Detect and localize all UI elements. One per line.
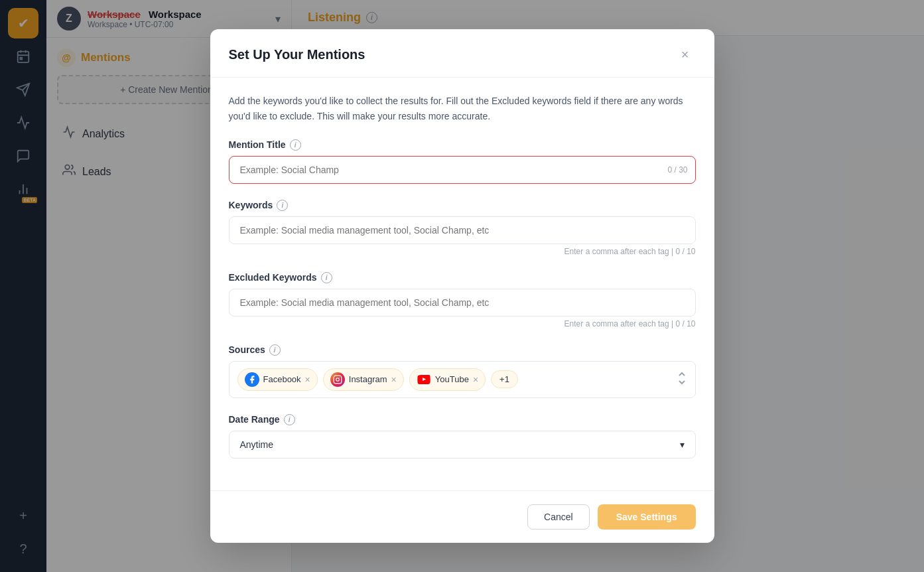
youtube-icon <box>417 372 431 387</box>
remove-youtube-button[interactable]: × <box>473 375 478 384</box>
setup-modal: Set Up Your Mentions × Add the keywords … <box>210 29 714 543</box>
keywords-hint: Enter a comma after each tag | 0 / 10 <box>229 247 696 256</box>
date-range-value: Anytime <box>240 439 274 450</box>
keywords-input[interactable] <box>229 216 696 244</box>
date-range-info-icon[interactable]: i <box>284 414 295 425</box>
svg-point-12 <box>336 378 339 382</box>
mention-title-info-icon[interactable]: i <box>290 139 301 151</box>
modal-title: Set Up Your Mentions <box>229 47 365 62</box>
keywords-label: Keywords i <box>229 200 696 211</box>
sources-group: Sources i Facebook × <box>229 344 696 398</box>
sources-extra-button[interactable]: +1 <box>491 370 518 388</box>
excluded-keywords-info-icon[interactable]: i <box>321 272 332 283</box>
cancel-button[interactable]: Cancel <box>527 504 590 530</box>
mention-title-input[interactable] <box>229 156 696 184</box>
source-pill-facebook: Facebook × <box>237 368 318 391</box>
mention-title-group: Mention Title i 0 / 30 <box>229 139 696 184</box>
sources-pills: Facebook × Instagram × <box>229 361 696 398</box>
source-pill-instagram: Instagram × <box>323 368 404 391</box>
keywords-group: Keywords i Enter a comma after each tag … <box>229 200 696 256</box>
excluded-keywords-label: Excluded Keywords i <box>229 272 696 283</box>
modal-overlay: Set Up Your Mentions × Add the keywords … <box>0 0 924 572</box>
mention-title-counter: 0 / 30 <box>667 165 687 175</box>
close-modal-button[interactable]: × <box>675 44 696 65</box>
sources-expand-button[interactable] <box>677 372 687 387</box>
facebook-label: Facebook <box>263 374 301 384</box>
source-pill-youtube: YouTube × <box>409 368 486 391</box>
sources-label: Sources i <box>229 344 696 356</box>
modal-description: Add the keywords you'd like to collect t… <box>229 94 696 123</box>
youtube-label: YouTube <box>435 374 469 384</box>
excluded-keywords-group: Excluded Keywords i Enter a comma after … <box>229 272 696 328</box>
modal-body: Add the keywords you'd like to collect t… <box>210 78 714 490</box>
svg-point-13 <box>339 377 340 378</box>
instagram-label: Instagram <box>349 374 387 384</box>
date-range-label: Date Range i <box>229 414 696 425</box>
excluded-keywords-hint: Enter a comma after each tag | 0 / 10 <box>229 319 696 328</box>
date-range-chevron-icon: ▾ <box>680 439 685 450</box>
modal-header: Set Up Your Mentions × <box>210 29 714 78</box>
remove-facebook-button[interactable]: × <box>305 375 310 384</box>
date-range-group: Date Range i Anytime ▾ <box>229 414 696 459</box>
sources-info-icon[interactable]: i <box>269 344 281 356</box>
instagram-icon <box>330 372 345 387</box>
facebook-icon <box>245 372 259 387</box>
svg-rect-11 <box>334 376 342 384</box>
keywords-info-icon[interactable]: i <box>277 200 288 211</box>
mention-title-label: Mention Title i <box>229 139 696 151</box>
save-settings-button[interactable]: Save Settings <box>598 504 696 530</box>
date-range-select[interactable]: Anytime ▾ <box>229 431 696 459</box>
remove-instagram-button[interactable]: × <box>391 375 397 384</box>
excluded-keywords-input[interactable] <box>229 289 696 317</box>
modal-footer: Cancel Save Settings <box>210 490 714 543</box>
